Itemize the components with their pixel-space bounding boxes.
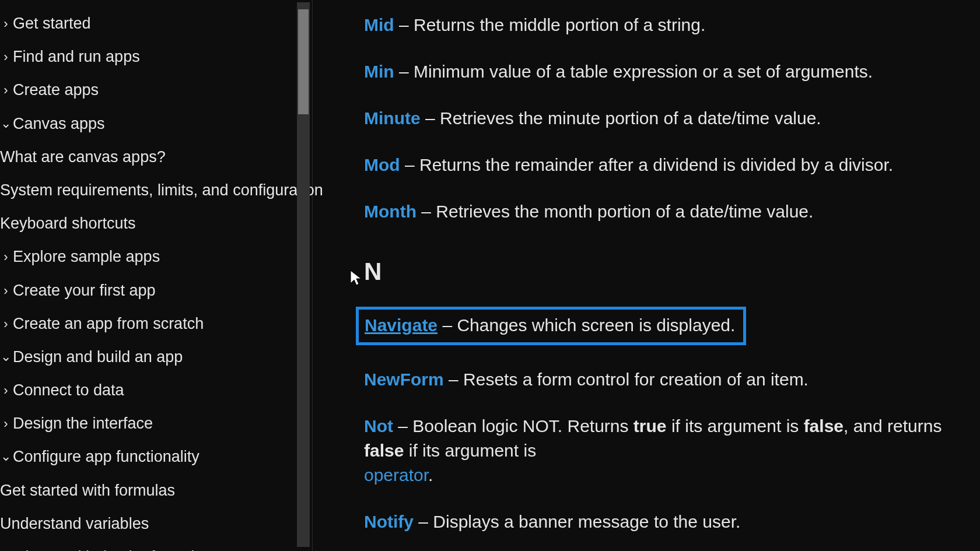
chevron-down-icon[interactable]: ⌄ — [0, 446, 12, 466]
sidebar-item[interactable]: What are canvas apps? — [0, 141, 312, 174]
sidebar-item-label: System requirements, limits, and configu… — [0, 181, 323, 199]
sidebar-item-label: Explore sample apps — [13, 248, 160, 265]
fn-desc: – Boolean logic NOT. Returns true if its… — [364, 416, 942, 460]
sidebar-item[interactable]: Get started with formulas — [0, 474, 312, 507]
fn-desc: – Changes which screen is displayed. — [438, 315, 735, 335]
chevron-right-icon[interactable]: › — [0, 13, 12, 34]
fn-link-mod[interactable]: Mod — [364, 155, 400, 174]
fn-link-navigate[interactable]: Navigate — [365, 315, 438, 335]
section-heading-n: N — [364, 258, 980, 286]
sidebar-item[interactable]: Keyboard shortcuts — [0, 207, 312, 240]
sidebar-item-label: Design and build an app — [13, 348, 183, 366]
operator-link[interactable]: operator — [364, 465, 428, 485]
fn-desc: – Minimum value of a table expression or… — [394, 62, 873, 81]
chevron-down-icon[interactable]: ⌄ — [0, 346, 12, 367]
sidebar-item-label: Create your first app — [13, 282, 156, 299]
sidebar-item-label: Find and run apps — [13, 48, 140, 65]
sidebar-scrollbar-track[interactable] — [297, 2, 310, 547]
fn-link-notify[interactable]: Notify — [364, 512, 414, 531]
sidebar-item[interactable]: ›Connect to data — [0, 374, 312, 407]
fn-link-minute[interactable]: Minute — [364, 108, 421, 128]
sidebar-item[interactable]: ›Create apps — [0, 73, 312, 107]
function-row: Not – Boolean logic NOT. Returns true if… — [364, 414, 980, 487]
sidebar-item-label: What are canvas apps? — [0, 148, 166, 166]
sidebar-item-label: Connect to data — [13, 381, 124, 399]
chevron-right-icon[interactable]: › — [0, 47, 12, 67]
fn-desc: – Returns the remainder after a dividend… — [400, 155, 893, 174]
function-row: NewForm – Resets a form control for crea… — [364, 367, 980, 392]
sidebar-item[interactable]: ›Explore sample apps — [0, 240, 312, 273]
fn-desc: – Retrieves the month portion of a date/… — [416, 202, 813, 221]
fn-desc: – Displays a banner message to the user. — [414, 512, 740, 531]
fn-desc: – Retrieves the minute portion of a date… — [421, 108, 821, 128]
sidebar-item-label: Keyboard shortcuts — [0, 215, 136, 232]
sidebar-item-label: Get started — [13, 15, 91, 32]
sidebar-item[interactable]: ›Create your first app — [0, 274, 312, 307]
sidebar-item[interactable]: ›Get started — [0, 7, 312, 40]
chevron-down-icon[interactable]: ⌄ — [0, 113, 12, 134]
sidebar-item-label: Understand behavior formulas — [0, 548, 211, 551]
function-row: Month – Retrieves the month portion of a… — [364, 199, 980, 224]
fn-link-month[interactable]: Month — [364, 202, 416, 221]
fn-link-not[interactable]: Not — [364, 416, 393, 436]
sidebar-item[interactable]: ›Find and run apps — [0, 40, 312, 73]
sidebar-item[interactable]: ›Design the interface — [0, 407, 312, 440]
sidebar-item[interactable]: Understand behavior formulas — [0, 541, 312, 551]
sidebar-item-label: Understand variables — [0, 515, 149, 532]
fn-link-mid[interactable]: Mid — [364, 15, 394, 34]
fn-desc: – Returns the middle portion of a string… — [394, 15, 706, 34]
sidebar-item[interactable]: Understand variables — [0, 507, 312, 541]
sidebar-item-label: Create an app from scratch — [13, 315, 204, 332]
chevron-right-icon[interactable]: › — [0, 280, 12, 301]
sidebar-item[interactable]: ›Create an app from scratch — [0, 307, 312, 341]
chevron-right-icon[interactable]: › — [0, 247, 12, 267]
highlight-box: Navigate – Changes which screen is displ… — [356, 307, 746, 345]
chevron-right-icon[interactable]: › — [0, 80, 12, 100]
sidebar-item[interactable]: System requirements, limits, and configu… — [0, 174, 312, 207]
function-row: Minute – Retrieves the minute portion of… — [364, 106, 980, 131]
sidebar-item-label: Create apps — [13, 81, 99, 99]
chevron-right-icon[interactable]: › — [0, 413, 12, 434]
sidebar-nav: ›Get started›Find and run apps›Create ap… — [0, 0, 313, 551]
fn-link-min[interactable]: Min — [364, 62, 394, 81]
sidebar-item-label: Design the interface — [13, 415, 153, 432]
fn-desc: – Resets a form control for creation of … — [444, 370, 808, 389]
chevron-right-icon[interactable]: › — [0, 380, 12, 401]
sidebar-item-label: Configure app functionality — [13, 448, 200, 465]
function-row: Notify – Displays a banner message to th… — [364, 510, 980, 534]
sidebar-item[interactable]: ⌄Configure app functionality — [0, 440, 312, 473]
sidebar-item-label: Get started with formulas — [0, 482, 175, 499]
sidebar-scrollbar-thumb[interactable] — [298, 9, 309, 114]
sidebar-item[interactable]: ⌄Canvas apps — [0, 107, 312, 141]
function-row: Min – Minimum value of a table expressio… — [364, 59, 980, 84]
function-row: Mid – Returns the middle portion of a st… — [364, 13, 980, 37]
sidebar-item[interactable]: ⌄Design and build an app — [0, 341, 312, 374]
function-row-highlighted: Navigate – Changes which screen is displ… — [364, 307, 980, 345]
chevron-right-icon[interactable]: › — [0, 314, 12, 334]
sidebar-item-label: Canvas apps — [13, 115, 105, 132]
main-content: Mid – Returns the middle portion of a st… — [313, 0, 980, 551]
fn-link-newform[interactable]: NewForm — [364, 370, 444, 389]
cursor-icon — [349, 269, 364, 287]
function-row: Mod – Returns the remainder after a divi… — [364, 153, 980, 177]
